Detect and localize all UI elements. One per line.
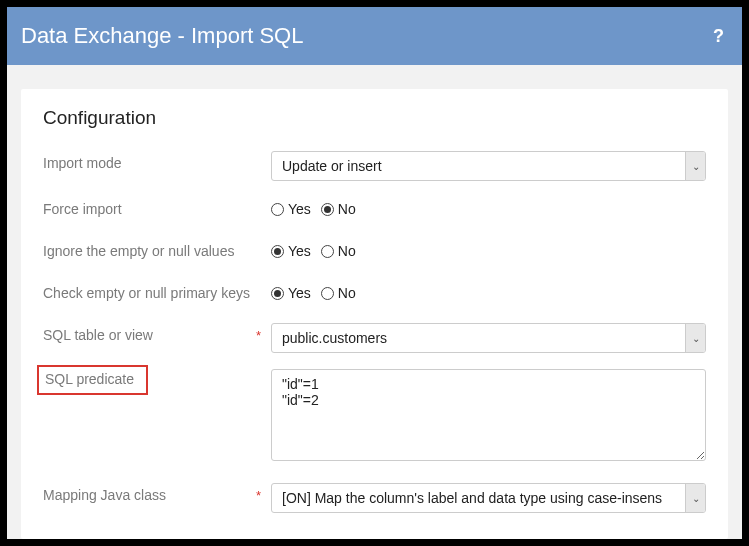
mapping-java-select[interactable] [271,483,706,513]
section-title: Configuration [43,107,706,129]
radio-label-no: No [338,243,356,259]
sql-predicate-textarea[interactable] [271,369,706,461]
row-ignore-empty: Ignore the empty or null values Yes No [43,239,706,265]
label-sql-predicate: SQL predicate [37,365,148,395]
radio-label-yes: Yes [288,201,311,217]
radio-icon [271,287,284,300]
label-import-mode: Import mode [43,155,122,171]
app-frame: Data Exchange - Import SQL ? Configurati… [7,7,742,539]
import-mode-select[interactable] [271,151,706,181]
label-ignore-empty: Ignore the empty or null values [43,243,234,259]
check-pk-yes[interactable]: Yes [271,285,311,301]
radio-label-no: No [338,201,356,217]
required-marker: * [256,488,261,503]
sql-table-select[interactable] [271,323,706,353]
config-panel: Configuration Import mode ⌄ Force import [21,89,728,539]
force-import-yes[interactable]: Yes [271,201,311,217]
radio-icon [271,203,284,216]
force-import-no[interactable]: No [321,201,356,217]
label-mapping-java: Mapping Java class [43,487,166,503]
label-sql-table: SQL table or view [43,327,153,343]
radio-icon [271,245,284,258]
label-check-pk: Check empty or null primary keys [43,285,250,301]
row-mapping-java: Mapping Java class * ⌄ [43,483,706,513]
radio-label-no: No [338,285,356,301]
row-import-mode: Import mode ⌄ [43,151,706,181]
row-sql-table: SQL table or view * ⌄ [43,323,706,353]
help-icon[interactable]: ? [713,26,724,47]
row-check-pk: Check empty or null primary keys Yes No [43,281,706,307]
check-pk-no[interactable]: No [321,285,356,301]
ignore-empty-no[interactable]: No [321,243,356,259]
ignore-empty-radio-group: Yes No [271,239,706,259]
radio-label-yes: Yes [288,243,311,259]
label-force-import: Force import [43,201,122,217]
required-marker: * [256,328,261,343]
radio-icon [321,287,334,300]
radio-icon [321,203,334,216]
radio-icon [321,245,334,258]
content-area: Configuration Import mode ⌄ Force import [7,65,742,539]
ignore-empty-yes[interactable]: Yes [271,243,311,259]
row-force-import: Force import Yes No [43,197,706,223]
header-title: Data Exchange - Import SQL [21,23,303,49]
radio-label-yes: Yes [288,285,311,301]
force-import-radio-group: Yes No [271,197,706,217]
header-bar: Data Exchange - Import SQL ? [7,7,742,65]
row-sql-predicate: SQL predicate [43,369,706,465]
check-pk-radio-group: Yes No [271,281,706,301]
